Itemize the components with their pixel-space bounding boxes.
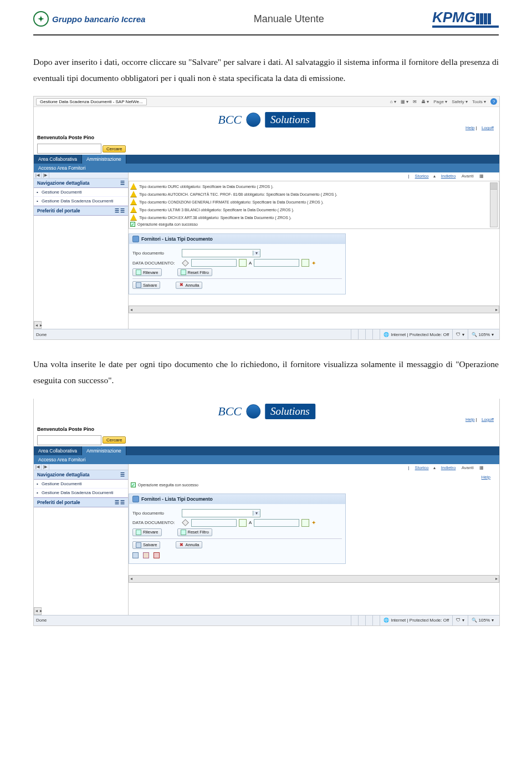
refresh-icon[interactable]: ✦ bbox=[311, 520, 316, 526]
collapse-icon[interactable]: ☰ bbox=[120, 472, 125, 477]
sidebar-item-gestione-scadenza[interactable]: Gestione Data Scadenza Documenti bbox=[34, 489, 128, 497]
tab-area-collaborativa[interactable]: Area Collaborativa bbox=[34, 446, 82, 455]
subnav-accesso[interactable]: Accesso Area Fornitori bbox=[34, 164, 499, 172]
label-data-documento: DATA DOCUMENTO: bbox=[132, 261, 180, 266]
indietro-link[interactable]: Indietro bbox=[441, 465, 456, 470]
help-link[interactable]: Help bbox=[466, 417, 474, 422]
tools-menu[interactable]: Tools ▾ bbox=[472, 99, 486, 104]
status-zoom[interactable]: 🔍 105% ▾ bbox=[468, 329, 497, 339]
avanti-text: Avanti bbox=[462, 174, 474, 179]
warning-icon bbox=[130, 191, 137, 197]
collapse-icon[interactable]: ☰ ☰ bbox=[115, 208, 125, 213]
success-msg: Operazione eseguita con successo bbox=[138, 483, 198, 487]
storico-link[interactable]: Storico bbox=[415, 465, 429, 470]
rilevare-button[interactable]: Rilevare bbox=[132, 268, 162, 276]
sidebar-item-gestione-documenti[interactable]: Gestione Documenti bbox=[34, 188, 128, 197]
success-msg: Operazione eseguita con successo bbox=[137, 222, 198, 226]
tipo-documento-select[interactable] bbox=[182, 249, 260, 257]
salvare-button[interactable]: Salvare bbox=[132, 281, 160, 289]
globe-icon bbox=[246, 113, 260, 127]
welcome-text: Benvenuto/a Poste Pino bbox=[34, 424, 499, 434]
annulla-button[interactable]: ✖Annulla bbox=[176, 541, 202, 548]
help-link[interactable]: Help bbox=[466, 125, 474, 130]
salvare-button[interactable]: Salvare bbox=[132, 541, 160, 549]
search-button[interactable]: Cercare bbox=[103, 436, 126, 444]
status-done: Done bbox=[36, 332, 47, 337]
message-scrollbar[interactable] bbox=[490, 182, 498, 227]
search-input[interactable] bbox=[37, 144, 101, 154]
mail-icon[interactable]: ✉ bbox=[413, 99, 417, 104]
mini-icon bbox=[143, 552, 149, 558]
collapse-icon[interactable]: ☰ bbox=[120, 180, 125, 186]
warning-icon bbox=[130, 183, 137, 190]
main-h-scrollbar[interactable] bbox=[129, 306, 499, 313]
calendar-from-icon[interactable] bbox=[239, 259, 247, 267]
calendar-to-icon[interactable] bbox=[301, 259, 309, 267]
print-icon[interactable]: 🖶 ▾ bbox=[421, 99, 429, 104]
warning-msg: Tipo documento DURC obbligatorio: Specif… bbox=[139, 185, 274, 189]
sidebar-preferiti-header: Preferiti del portale ☰ ☰ bbox=[34, 206, 128, 216]
screenshot-2: BCC Solutions Help | Logoff Benvenuto/a … bbox=[33, 399, 500, 626]
sidebar-preferiti-header: Preferiti del portale ☰ ☰ bbox=[34, 497, 128, 507]
reset-filtro-button[interactable]: Reset Filtro bbox=[177, 528, 212, 536]
annulla-button[interactable]: ✖Annulla bbox=[176, 282, 202, 289]
warning-icon bbox=[130, 214, 137, 221]
tab-amministrazione[interactable]: Amministrazione bbox=[82, 155, 126, 164]
panel-icon bbox=[132, 496, 139, 502]
date-to-input[interactable] bbox=[254, 259, 299, 267]
search-input[interactable] bbox=[37, 435, 101, 445]
storico-link[interactable]: Storico bbox=[415, 174, 429, 179]
feed-icon[interactable]: ▦ ▾ bbox=[401, 99, 408, 104]
range-icon[interactable] bbox=[182, 519, 189, 526]
status-security[interactable]: 🛡 ▾ bbox=[452, 616, 467, 625]
tipo-documento-select[interactable] bbox=[182, 509, 260, 517]
page-menu[interactable]: Page ▾ bbox=[433, 99, 447, 104]
message-area: Tipo documento DURC obbligatorio: Specif… bbox=[129, 181, 499, 229]
label-tipo-documento: Tipo documento bbox=[132, 251, 180, 256]
tab-area-collaborativa[interactable]: Area Collaborativa bbox=[34, 155, 82, 164]
reset-filtro-button[interactable]: Reset Filtro bbox=[177, 268, 212, 276]
status-zoom[interactable]: 🔍 105% ▾ bbox=[468, 616, 497, 625]
logo-kpmg: KPMG bbox=[432, 10, 499, 28]
check-icon: ✓ bbox=[131, 482, 136, 487]
main-help-link[interactable]: Help bbox=[482, 475, 490, 480]
date-from-input[interactable] bbox=[191, 519, 237, 527]
check-icon: ✓ bbox=[130, 222, 135, 227]
sidebar-scrollbar[interactable] bbox=[34, 607, 42, 615]
screenshot-1: Gestione Data Scadenza Documenti - SAP N… bbox=[33, 96, 500, 340]
sidebar-scrollbar[interactable] bbox=[34, 321, 42, 329]
subnav-accesso[interactable]: Accesso Area Fornitori bbox=[34, 455, 499, 464]
panel-title: Fornitori - Lista Tipi Documento bbox=[141, 236, 213, 242]
logoff-link[interactable]: Logoff bbox=[482, 125, 494, 130]
sidebar-item-gestione-scadenza[interactable]: Gestione Data Scadenza Documenti bbox=[34, 197, 128, 206]
warning-msg: Tipo documento DICH.EX ART.38 obbligator… bbox=[139, 216, 291, 220]
header-divider bbox=[33, 34, 499, 35]
sidebar-item-gestione-documenti[interactable]: Gestione Documenti bbox=[34, 480, 128, 489]
help-icon[interactable]: ? bbox=[490, 98, 497, 105]
logoff-link[interactable]: Logoff bbox=[482, 417, 494, 422]
paragraph-2: Una volta inserite le date per ogni tipo… bbox=[33, 357, 499, 388]
collapse-icon[interactable]: ☰ ☰ bbox=[115, 500, 125, 505]
status-security[interactable]: 🛡 ▾ bbox=[452, 329, 467, 339]
indietro-link[interactable]: Indietro bbox=[441, 174, 456, 179]
safety-menu[interactable]: Safety ▾ bbox=[452, 99, 468, 104]
browser-tab[interactable]: Gestione Data Scadenza Documenti - SAP N… bbox=[36, 98, 147, 105]
calendar-to-icon[interactable] bbox=[301, 519, 309, 527]
options-icon[interactable]: ▦ bbox=[479, 465, 484, 470]
range-icon[interactable] bbox=[182, 260, 189, 267]
label-a: A bbox=[249, 520, 252, 525]
refresh-icon[interactable]: ✦ bbox=[311, 260, 316, 266]
home-icon[interactable]: ⌂ ▾ bbox=[390, 99, 396, 104]
rilevare-button[interactable]: Rilevare bbox=[132, 528, 162, 536]
date-from-input[interactable] bbox=[191, 259, 237, 267]
main-h-scrollbar[interactable] bbox=[129, 575, 499, 583]
calendar-from-icon[interactable] bbox=[239, 519, 247, 527]
tab-amministrazione[interactable]: Amministrazione bbox=[82, 446, 126, 455]
date-to-input[interactable] bbox=[254, 519, 299, 527]
panel-icon bbox=[132, 236, 139, 242]
logo-left-text: Gruppo bancario Iccrea bbox=[52, 14, 145, 24]
options-icon[interactable]: ▦ bbox=[479, 174, 484, 179]
search-button[interactable]: Cercare bbox=[103, 145, 126, 152]
status-bar: Done 🌐 Internet | Protected Mode: Off 🛡 … bbox=[34, 329, 499, 339]
sidebar-mini-tabs: |◀|▶ bbox=[34, 464, 128, 470]
